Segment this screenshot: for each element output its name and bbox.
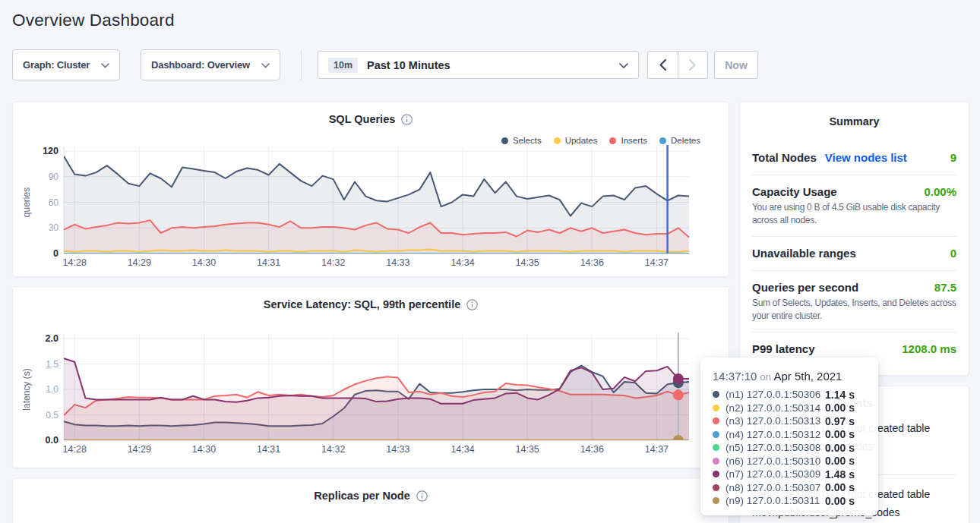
service-latency-chart[interactable]: 0.00.51.01.52.014:2814:2914:3014:3114:32… — [13, 287, 729, 468]
p99-latency-value: 1208.0 ms — [902, 342, 956, 355]
tooltip-node-value: 0.00 s — [825, 481, 855, 493]
svg-text:120: 120 — [43, 146, 58, 156]
svg-text:14:32: 14:32 — [321, 444, 345, 455]
summary-row-queries-per-second: Queries per second 87.5 Sum of Selects, … — [752, 271, 956, 332]
tooltip-row: (n6) 127.0.0.1:503100.00 s — [713, 455, 868, 468]
chevron-down-icon — [101, 59, 109, 71]
time-range-picker[interactable]: 10m Past 10 Minutes — [318, 51, 639, 79]
toolbar-divider — [301, 50, 302, 80]
svg-text:1.0: 1.0 — [46, 384, 58, 395]
svg-text:60: 60 — [49, 197, 59, 208]
tooltip-header: 14:37:10 on Apr 5th, 2021 — [713, 370, 868, 383]
charts-column: SQL Queries Selects Updates — [12, 101, 729, 523]
summary-heading: Summary — [752, 102, 956, 128]
tooltip-row: (n2) 127.0.0.1:503140.00 s — [713, 402, 868, 415]
series-dot-icon — [713, 391, 719, 398]
summary-panel: Summary Total Nodes View nodes list 9 Ca… — [739, 101, 969, 376]
tooltip-node-value: 0.00 s — [825, 495, 855, 507]
dashboard-dropdown[interactable]: Dashboard: Overview — [141, 49, 280, 80]
series-dot-icon — [713, 471, 719, 477]
tooltip-node-value: 1.14 s — [825, 389, 855, 401]
svg-text:14:28: 14:28 — [63, 257, 87, 268]
chart-title-row: Service Latency: SQL, 99th percentile — [13, 298, 729, 310]
series-dot-icon — [713, 431, 719, 438]
summary-row-header: Capacity Usage 0.00% — [752, 185, 956, 198]
chart-title-sql-queries: SQL Queries — [329, 113, 396, 125]
chart-hover-tooltip: 14:37:10 on Apr 5th, 2021 (n1) 127.0.0.1… — [700, 358, 878, 515]
legend-item-inserts[interactable]: Inserts — [609, 136, 647, 145]
page-title: Overview Dashboard — [12, 11, 968, 30]
svg-text:14:31: 14:31 — [257, 257, 280, 268]
time-range-badge: 10m — [328, 58, 358, 73]
tooltip-date: Apr 5th, 2021 — [773, 370, 842, 383]
series-dot-icon — [713, 458, 719, 465]
tooltip-node-label: (n8) 127.0.0.1:50307 — [726, 482, 825, 493]
legend-item-selects[interactable]: Selects — [501, 136, 542, 145]
series-dot-icon — [713, 484, 719, 491]
svg-text:14:29: 14:29 — [128, 257, 151, 268]
legend-item-deletes[interactable]: Deletes — [659, 136, 700, 145]
time-range-label: Past 10 Minutes — [367, 59, 450, 71]
legend-dot-icon — [501, 137, 508, 144]
chart-title-row: SQL Queries — [13, 113, 729, 125]
chart-title-replicas-per-node: Replicas per Node — [314, 490, 410, 502]
tooltip-time: 14:37:10 — [713, 370, 757, 383]
info-icon[interactable] — [466, 299, 478, 310]
graph-scope-dropdown-label: Graph: Cluster — [23, 59, 90, 71]
summary-row-capacity-usage: Capacity Usage 0.00% You are using 0 B o… — [752, 175, 956, 237]
unavailable-ranges-label: Unavailable ranges — [752, 247, 856, 260]
series-dot-icon — [713, 417, 719, 424]
tooltip-node-value: 0.00 s — [825, 402, 855, 414]
sql-queries-chart-card: SQL Queries Selects Updates — [12, 101, 729, 277]
tooltip-row: (n3) 127.0.0.1:503130.97 s — [713, 414, 868, 428]
svg-text:2.0: 2.0 — [46, 333, 58, 344]
legend-item-updates[interactable]: Updates — [554, 136, 598, 145]
chart-title-service-latency: Service Latency: SQL, 99th percentile — [264, 298, 461, 310]
time-step-forward-button[interactable] — [678, 52, 707, 78]
series-dot-icon — [713, 405, 719, 411]
graph-scope-dropdown[interactable]: Graph: Cluster — [12, 49, 120, 80]
total-nodes-value: 9 — [950, 151, 956, 164]
summary-row-total-nodes: Total Nodes View nodes list 9 — [752, 128, 956, 175]
tooltip-node-label: (n5) 127.0.0.1:50308 — [726, 442, 825, 453]
toolbar: Graph: Cluster Dashboard: Overview 10m P… — [12, 49, 968, 80]
summary-row-header: P99 latency 1208.0 ms — [752, 342, 956, 355]
view-nodes-list-link[interactable]: View nodes list — [825, 151, 907, 164]
info-icon[interactable] — [416, 490, 428, 502]
capacity-usage-description: You are using 0 B of 4.5 GiB usable disk… — [752, 201, 956, 227]
tooltip-node-value: 0.00 s — [825, 442, 855, 454]
svg-text:14:36: 14:36 — [580, 257, 604, 268]
svg-text:90: 90 — [49, 172, 59, 182]
svg-text:14:37: 14:37 — [645, 444, 669, 455]
svg-text:0.0: 0.0 — [46, 435, 58, 446]
chart-legend: Selects Updates Inserts Deletes — [501, 136, 700, 145]
svg-text:14:29: 14:29 — [128, 444, 151, 455]
tooltip-node-label: (n7) 127.0.0.1:50309 — [726, 468, 825, 480]
queries-per-second-value: 87.5 — [934, 281, 956, 294]
svg-text:14:36: 14:36 — [580, 444, 604, 455]
svg-text:1.5: 1.5 — [46, 359, 58, 370]
service-latency-chart-card: Service Latency: SQL, 99th percentile 0.… — [12, 286, 729, 468]
tooltip-row: (n4) 127.0.0.1:503120.00 s — [713, 428, 868, 442]
replicas-per-node-chart-card: Replicas per Node — [12, 477, 729, 523]
sql-queries-chart[interactable]: 030609012014:2814:2914:3014:3114:3214:33… — [13, 102, 729, 277]
svg-text:14:37: 14:37 — [645, 257, 669, 268]
tooltip-row: (n9) 127.0.0.1:503110.00 s — [713, 494, 868, 508]
legend-dot-icon — [659, 137, 666, 144]
tooltip-node-value: 0.97 s — [825, 415, 855, 427]
queries-per-second-label: Queries per second — [752, 281, 858, 294]
info-icon[interactable] — [401, 114, 413, 125]
summary-row-header: Unavailable ranges 0 — [752, 247, 956, 260]
svg-text:14:28: 14:28 — [63, 444, 87, 455]
svg-text:14:34: 14:34 — [450, 257, 474, 268]
now-button[interactable]: Now — [714, 51, 758, 79]
time-step-back-button[interactable] — [648, 52, 678, 78]
chevron-down-icon — [261, 59, 270, 71]
svg-text:14:33: 14:33 — [386, 257, 409, 268]
svg-text:14:34: 14:34 — [450, 444, 474, 455]
svg-text:14:35: 14:35 — [516, 257, 539, 268]
legend-dot-icon — [609, 137, 616, 144]
time-step-buttons — [647, 51, 708, 79]
tooltip-node-label: (n9) 127.0.0.1:50311 — [726, 495, 825, 506]
tooltip-node-value: 0.00 s — [825, 428, 855, 440]
